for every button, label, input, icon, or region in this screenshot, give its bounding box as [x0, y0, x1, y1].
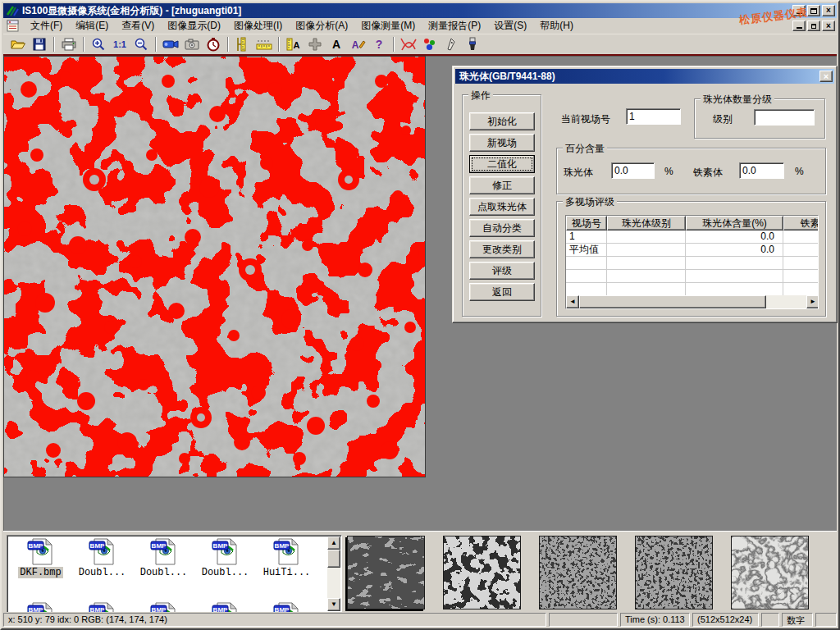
camcorder-icon[interactable]: [160, 35, 181, 53]
mdi-restore-button[interactable]: [807, 21, 820, 31]
ruler-icon[interactable]: [253, 35, 275, 53]
mdi-close-button[interactable]: ×: [822, 21, 835, 31]
dialog-close-button[interactable]: ×: [819, 71, 833, 82]
operation-button[interactable]: 修正: [469, 176, 535, 194]
menu-item[interactable]: 图像测量(M): [354, 17, 422, 34]
measure-text-icon[interactable]: A: [283, 35, 304, 53]
operation-button[interactable]: 新视场: [469, 134, 535, 152]
table-row[interactable]: [566, 283, 819, 296]
rating-table-column-header[interactable]: 铁素体含量(%): [783, 216, 819, 231]
toolbar-separator: [155, 37, 157, 52]
menu-item[interactable]: 文件(F): [24, 17, 69, 34]
scrollbar-thumb[interactable]: [327, 550, 340, 568]
move-icon[interactable]: [304, 35, 326, 53]
pen-tool-icon[interactable]: [441, 35, 462, 53]
grading-group-label: 珠光体数量分级: [701, 93, 774, 107]
operations-group: 操作 初始化新视场二值化修正点取珠光体自动分类更改类别评级返回: [462, 94, 541, 317]
menu-item[interactable]: 帮助(H): [533, 17, 580, 34]
rating-table-column-header[interactable]: 珠光体含量(%): [686, 216, 783, 231]
main-window: BMP IS100显微摄像系统(金相分析版) - [zhuguangti01] …: [0, 0, 840, 630]
menu-item[interactable]: 图像处理(I): [227, 17, 289, 34]
file-name: DKF.bmp: [18, 567, 62, 578]
curve-tool-icon[interactable]: [398, 35, 419, 53]
file-item[interactable]: Doubl...: [133, 538, 194, 578]
scroll-up-button[interactable]: ▲: [327, 536, 340, 550]
operation-button[interactable]: 评级: [469, 262, 535, 280]
operation-button[interactable]: 自动分类: [469, 219, 535, 237]
rating-table[interactable]: 视场号珠光体级别珠光体含量(%)铁素体含量(%) 1 0.0 平均值: [565, 215, 819, 309]
table-horizontal-scrollbar[interactable]: ◄ ►: [566, 295, 819, 308]
svg-text:A: A: [352, 39, 359, 51]
operation-button[interactable]: 返回: [469, 283, 535, 301]
classify-icon[interactable]: [419, 35, 441, 53]
micrograph-thumb-4[interactable]: [635, 536, 713, 609]
cursor-position-status: x: 510 y: 79 idx: 0 RGB: (174, 174, 174): [3, 613, 546, 627]
image-size-status: (512x512x24): [692, 613, 759, 627]
table-row[interactable]: [566, 270, 819, 283]
micrograph-thumb-2[interactable]: [443, 536, 521, 609]
menu-item[interactable]: 图像显示(D): [161, 17, 227, 34]
scroll-left-button[interactable]: ◄: [566, 295, 579, 308]
grade-input[interactable]: [754, 109, 815, 126]
file-item[interactable]: DKF.bmp: [10, 538, 71, 578]
scroll-right-button[interactable]: ►: [806, 295, 819, 308]
operation-button[interactable]: 初始化: [469, 112, 535, 130]
micrograph-viewport[interactable]: [3, 56, 426, 477]
rating-table-group: 多视场评级 视场号珠光体级别珠光体含量(%)铁素体含量(%) 1 0.0: [556, 201, 826, 317]
help-icon[interactable]: ?: [368, 35, 390, 53]
scrollbar-track[interactable]: [766, 295, 806, 308]
file-item[interactable]: Doubl...: [71, 538, 133, 578]
print-icon[interactable]: [58, 35, 80, 53]
menu-item[interactable]: 设置(S): [487, 17, 533, 34]
file-list-scrollbar[interactable]: ▲ ▼: [327, 536, 340, 611]
file-item[interactable]: HuiTi...: [256, 538, 317, 578]
pearlite-percent-input[interactable]: [611, 162, 655, 179]
timer-icon[interactable]: [203, 35, 224, 53]
actual-size-icon[interactable]: 1:1: [109, 35, 130, 53]
rating-table-body: 1 0.0 平均值 0.0: [566, 231, 818, 296]
app-icon: [6, 4, 19, 17]
percent-group-label: 百分含量: [563, 142, 607, 156]
dialog-title-bar[interactable]: 珠光体(GB/T9441-88) ×: [455, 69, 834, 84]
time-status: Time (s): 0.113: [620, 613, 690, 627]
edit-text-icon[interactable]: A: [347, 35, 368, 53]
menu-item[interactable]: 图像分析(A): [289, 17, 354, 34]
ferrite-label: 铁素体: [693, 166, 723, 180]
status-panel-empty: [761, 613, 779, 627]
scroll-down-button[interactable]: ▼: [327, 598, 340, 611]
svg-text:A: A: [294, 40, 300, 50]
open-icon[interactable]: [7, 35, 29, 53]
menu-item[interactable]: 查看(V): [115, 17, 161, 34]
table-row[interactable]: 1 0.0: [566, 231, 819, 244]
menu-item[interactable]: 编辑(E): [69, 17, 115, 34]
current-field-input[interactable]: [626, 108, 681, 125]
scrollbar-track[interactable]: [327, 568, 340, 598]
operation-button[interactable]: 点取珠光体: [469, 198, 535, 216]
micrograph-thumb-1[interactable]: [347, 536, 425, 609]
text-icon[interactable]: A: [326, 35, 347, 53]
file-item[interactable]: Doubl...: [194, 538, 256, 578]
save-icon[interactable]: [29, 35, 50, 53]
operation-button[interactable]: 更改类别: [469, 240, 535, 258]
mdi-minimize-button[interactable]: [792, 21, 806, 31]
zoom-out-icon[interactable]: [130, 35, 152, 53]
ferrite-percent-input[interactable]: [739, 162, 784, 179]
brush-tool-icon[interactable]: [462, 35, 483, 53]
operation-button[interactable]: 二值化: [469, 155, 535, 173]
maximize-button[interactable]: [807, 5, 820, 16]
close-button[interactable]: ×: [822, 5, 835, 16]
menu-item[interactable]: 测量报告(P): [422, 17, 487, 34]
micrograph-thumb-3[interactable]: [539, 536, 617, 609]
bmp-file-icon: [89, 538, 116, 565]
table-row[interactable]: 平均值 0.0: [566, 244, 819, 257]
caliper-icon[interactable]: [232, 35, 253, 53]
camera-icon[interactable]: [181, 35, 203, 53]
close-icon: ×: [826, 6, 831, 16]
micrograph-thumb-5[interactable]: [731, 536, 809, 609]
toolbar-separator: [227, 37, 229, 52]
scrollbar-thumb[interactable]: [579, 295, 766, 308]
table-row[interactable]: [566, 257, 819, 270]
rating-table-column-header[interactable]: 珠光体级别: [607, 216, 686, 231]
zoom-in-icon[interactable]: [88, 35, 109, 53]
rating-table-column-header[interactable]: 视场号: [566, 216, 607, 231]
